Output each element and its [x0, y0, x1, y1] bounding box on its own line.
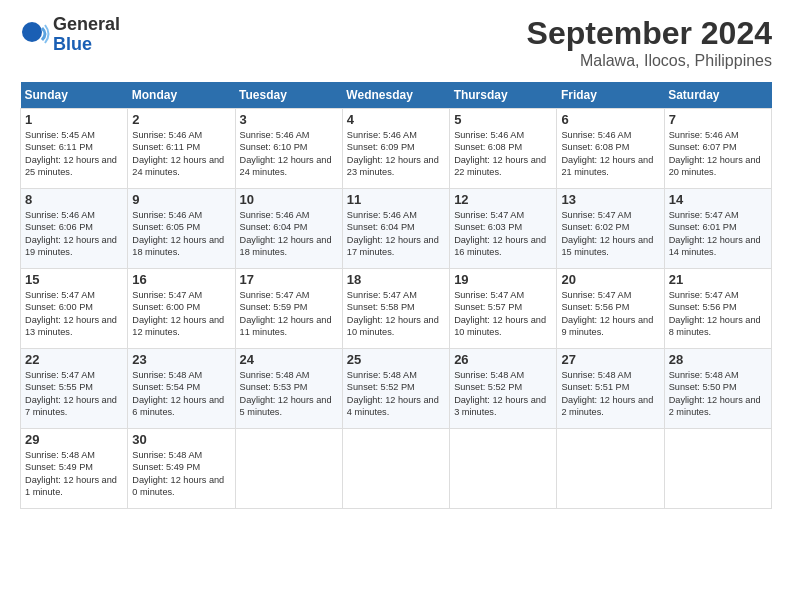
calendar-cell: 3 Sunrise: 5:46 AM Sunset: 6:10 PM Dayli…	[235, 109, 342, 189]
day-number: 23	[132, 352, 230, 367]
logo-general: General	[53, 15, 120, 35]
header-friday: Friday	[557, 82, 664, 109]
calendar-cell: 29 Sunrise: 5:48 AM Sunset: 5:49 PM Dayl…	[21, 429, 128, 509]
day-info: Sunrise: 5:46 AM Sunset: 6:08 PM Dayligh…	[454, 129, 552, 179]
day-info: Sunrise: 5:46 AM Sunset: 6:08 PM Dayligh…	[561, 129, 659, 179]
day-info: Sunrise: 5:46 AM Sunset: 6:10 PM Dayligh…	[240, 129, 338, 179]
day-number: 4	[347, 112, 445, 127]
week-row-5: 29 Sunrise: 5:48 AM Sunset: 5:49 PM Dayl…	[21, 429, 772, 509]
day-info: Sunrise: 5:48 AM Sunset: 5:50 PM Dayligh…	[669, 369, 767, 419]
day-info: Sunrise: 5:48 AM Sunset: 5:51 PM Dayligh…	[561, 369, 659, 419]
calendar-cell: 22 Sunrise: 5:47 AM Sunset: 5:55 PM Dayl…	[21, 349, 128, 429]
calendar-cell: 1 Sunrise: 5:45 AM Sunset: 6:11 PM Dayli…	[21, 109, 128, 189]
logo-blue: Blue	[53, 35, 120, 55]
day-info: Sunrise: 5:46 AM Sunset: 6:04 PM Dayligh…	[240, 209, 338, 259]
calendar-cell: 26 Sunrise: 5:48 AM Sunset: 5:52 PM Dayl…	[450, 349, 557, 429]
day-number: 28	[669, 352, 767, 367]
day-info: Sunrise: 5:48 AM Sunset: 5:52 PM Dayligh…	[347, 369, 445, 419]
day-info: Sunrise: 5:47 AM Sunset: 5:59 PM Dayligh…	[240, 289, 338, 339]
day-number: 2	[132, 112, 230, 127]
calendar-table: SundayMondayTuesdayWednesdayThursdayFrid…	[20, 82, 772, 509]
day-number: 5	[454, 112, 552, 127]
day-number: 26	[454, 352, 552, 367]
day-info: Sunrise: 5:46 AM Sunset: 6:04 PM Dayligh…	[347, 209, 445, 259]
day-number: 27	[561, 352, 659, 367]
header-sunday: Sunday	[21, 82, 128, 109]
week-row-4: 22 Sunrise: 5:47 AM Sunset: 5:55 PM Dayl…	[21, 349, 772, 429]
day-info: Sunrise: 5:47 AM Sunset: 5:58 PM Dayligh…	[347, 289, 445, 339]
day-info: Sunrise: 5:45 AM Sunset: 6:11 PM Dayligh…	[25, 129, 123, 179]
logo: General Blue	[20, 15, 120, 55]
day-info: Sunrise: 5:47 AM Sunset: 6:01 PM Dayligh…	[669, 209, 767, 259]
logo-icon	[20, 20, 50, 50]
day-number: 7	[669, 112, 767, 127]
calendar-cell: 14 Sunrise: 5:47 AM Sunset: 6:01 PM Dayl…	[664, 189, 771, 269]
day-number: 19	[454, 272, 552, 287]
calendar-cell: 4 Sunrise: 5:46 AM Sunset: 6:09 PM Dayli…	[342, 109, 449, 189]
day-number: 10	[240, 192, 338, 207]
day-number: 8	[25, 192, 123, 207]
month-title: September 2024	[527, 15, 772, 52]
day-info: Sunrise: 5:47 AM Sunset: 5:56 PM Dayligh…	[669, 289, 767, 339]
day-info: Sunrise: 5:47 AM Sunset: 5:55 PM Dayligh…	[25, 369, 123, 419]
day-number: 13	[561, 192, 659, 207]
week-row-3: 15 Sunrise: 5:47 AM Sunset: 6:00 PM Dayl…	[21, 269, 772, 349]
week-row-2: 8 Sunrise: 5:46 AM Sunset: 6:06 PM Dayli…	[21, 189, 772, 269]
day-number: 3	[240, 112, 338, 127]
header-wednesday: Wednesday	[342, 82, 449, 109]
calendar-cell: 28 Sunrise: 5:48 AM Sunset: 5:50 PM Dayl…	[664, 349, 771, 429]
header-saturday: Saturday	[664, 82, 771, 109]
day-info: Sunrise: 5:47 AM Sunset: 6:02 PM Dayligh…	[561, 209, 659, 259]
calendar-cell: 12 Sunrise: 5:47 AM Sunset: 6:03 PM Dayl…	[450, 189, 557, 269]
day-number: 18	[347, 272, 445, 287]
day-number: 24	[240, 352, 338, 367]
day-number: 17	[240, 272, 338, 287]
week-row-1: 1 Sunrise: 5:45 AM Sunset: 6:11 PM Dayli…	[21, 109, 772, 189]
day-info: Sunrise: 5:47 AM Sunset: 6:03 PM Dayligh…	[454, 209, 552, 259]
day-info: Sunrise: 5:47 AM Sunset: 6:00 PM Dayligh…	[25, 289, 123, 339]
calendar-cell: 17 Sunrise: 5:47 AM Sunset: 5:59 PM Dayl…	[235, 269, 342, 349]
calendar-cell: 6 Sunrise: 5:46 AM Sunset: 6:08 PM Dayli…	[557, 109, 664, 189]
day-number: 21	[669, 272, 767, 287]
calendar-cell: 24 Sunrise: 5:48 AM Sunset: 5:53 PM Dayl…	[235, 349, 342, 429]
day-info: Sunrise: 5:47 AM Sunset: 5:56 PM Dayligh…	[561, 289, 659, 339]
day-info: Sunrise: 5:48 AM Sunset: 5:52 PM Dayligh…	[454, 369, 552, 419]
day-info: Sunrise: 5:46 AM Sunset: 6:07 PM Dayligh…	[669, 129, 767, 179]
calendar-cell: 20 Sunrise: 5:47 AM Sunset: 5:56 PM Dayl…	[557, 269, 664, 349]
page-container: General Blue September 2024 Malawa, Iloc…	[0, 0, 792, 519]
day-info: Sunrise: 5:46 AM Sunset: 6:11 PM Dayligh…	[132, 129, 230, 179]
day-number: 20	[561, 272, 659, 287]
calendar-cell	[342, 429, 449, 509]
day-number: 16	[132, 272, 230, 287]
day-number: 14	[669, 192, 767, 207]
title-section: September 2024 Malawa, Ilocos, Philippin…	[527, 15, 772, 70]
calendar-cell: 11 Sunrise: 5:46 AM Sunset: 6:04 PM Dayl…	[342, 189, 449, 269]
day-info: Sunrise: 5:46 AM Sunset: 6:05 PM Dayligh…	[132, 209, 230, 259]
header-tuesday: Tuesday	[235, 82, 342, 109]
logo-text: General Blue	[53, 15, 120, 55]
day-number: 11	[347, 192, 445, 207]
calendar-cell: 13 Sunrise: 5:47 AM Sunset: 6:02 PM Dayl…	[557, 189, 664, 269]
day-info: Sunrise: 5:47 AM Sunset: 6:00 PM Dayligh…	[132, 289, 230, 339]
calendar-cell: 10 Sunrise: 5:46 AM Sunset: 6:04 PM Dayl…	[235, 189, 342, 269]
day-info: Sunrise: 5:48 AM Sunset: 5:54 PM Dayligh…	[132, 369, 230, 419]
location: Malawa, Ilocos, Philippines	[527, 52, 772, 70]
calendar-cell: 7 Sunrise: 5:46 AM Sunset: 6:07 PM Dayli…	[664, 109, 771, 189]
calendar-cell	[664, 429, 771, 509]
calendar-cell: 25 Sunrise: 5:48 AM Sunset: 5:52 PM Dayl…	[342, 349, 449, 429]
day-info: Sunrise: 5:46 AM Sunset: 6:06 PM Dayligh…	[25, 209, 123, 259]
calendar-cell	[557, 429, 664, 509]
day-info: Sunrise: 5:48 AM Sunset: 5:49 PM Dayligh…	[132, 449, 230, 499]
day-number: 30	[132, 432, 230, 447]
day-number: 29	[25, 432, 123, 447]
day-number: 1	[25, 112, 123, 127]
day-number: 22	[25, 352, 123, 367]
day-number: 25	[347, 352, 445, 367]
calendar-cell: 30 Sunrise: 5:48 AM Sunset: 5:49 PM Dayl…	[128, 429, 235, 509]
day-number: 15	[25, 272, 123, 287]
calendar-cell	[450, 429, 557, 509]
calendar-cell	[235, 429, 342, 509]
day-info: Sunrise: 5:47 AM Sunset: 5:57 PM Dayligh…	[454, 289, 552, 339]
svg-point-0	[22, 22, 42, 42]
header: General Blue September 2024 Malawa, Iloc…	[20, 15, 772, 70]
